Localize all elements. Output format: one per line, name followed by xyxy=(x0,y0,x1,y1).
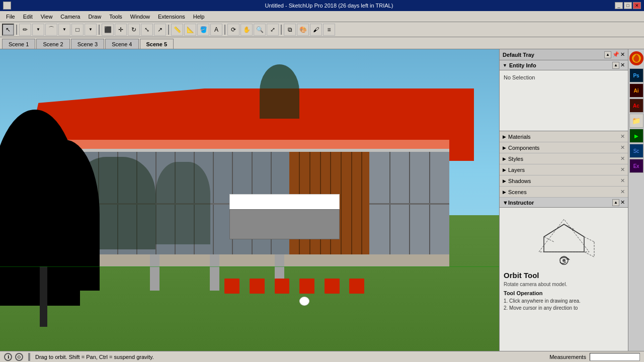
entity-info-section: ▼ Entity Info ▲ ✕ No Selection xyxy=(500,60,628,131)
styles-tool[interactable]: 🖌 xyxy=(310,24,322,36)
menu-window[interactable]: Window xyxy=(126,13,154,21)
scale-tool[interactable]: ⤡ xyxy=(141,24,153,36)
menu-file[interactable]: File xyxy=(2,13,19,21)
tree-left-3 xyxy=(15,164,55,269)
menu-tools[interactable]: Tools xyxy=(105,13,126,21)
paint-tool[interactable]: 🪣 xyxy=(197,24,209,36)
components-label: Components xyxy=(508,145,539,151)
styles-close[interactable]: ✕ xyxy=(620,155,625,162)
illustrator-icon[interactable]: Ai xyxy=(629,83,643,98)
orbit-tool[interactable]: ⟳ xyxy=(227,24,239,36)
materials-arrow: ▶ xyxy=(503,134,506,139)
close-button[interactable]: ✕ xyxy=(633,2,641,9)
panel-close-btn[interactable]: ✕ xyxy=(620,51,625,58)
menu-edit[interactable]: Edit xyxy=(19,13,37,21)
script-icon[interactable]: Sc xyxy=(629,144,643,158)
move-tool[interactable]: ✛ xyxy=(115,24,127,36)
info-icon[interactable]: ℹ xyxy=(4,353,12,361)
scenes-close[interactable]: ✕ xyxy=(620,189,625,195)
arc-dropdown[interactable]: ▼ xyxy=(58,24,70,36)
shadows-close[interactable]: ✕ xyxy=(620,177,625,184)
component-tool[interactable]: ⧉ xyxy=(284,24,296,36)
scene-tab-1[interactable]: Scene 1 xyxy=(2,39,35,49)
acrobat-icon[interactable]: Ac xyxy=(629,99,643,113)
entity-info-scroll[interactable]: ▲ xyxy=(612,62,619,69)
extra-icon-1[interactable]: Ex xyxy=(629,159,643,173)
location-icon[interactable]: ⊙ xyxy=(15,353,23,361)
entity-info-header[interactable]: ▼ Entity Info ▲ ✕ xyxy=(500,60,628,70)
scene-canvas xyxy=(0,49,499,351)
instructor-header[interactable]: ▼ Instructor ▲ ✕ xyxy=(500,198,628,208)
entity-info-arrow: ▼ xyxy=(503,63,507,68)
materials-tool[interactable]: 🎨 xyxy=(297,24,309,36)
rotate-tool[interactable]: ↻ xyxy=(128,24,140,36)
toolbar-separator-2 xyxy=(99,25,100,35)
no-selection-text: No Selection xyxy=(503,72,625,82)
tree-trunk-left xyxy=(40,266,47,327)
layers-tool[interactable]: ≡ xyxy=(323,24,335,36)
panel-header-text: Default Tray xyxy=(503,52,534,58)
zoom-tool[interactable]: 🔍 xyxy=(254,24,266,36)
entity-info-close[interactable]: ✕ xyxy=(620,62,625,69)
layers-label: Layers xyxy=(508,167,525,173)
components-close[interactable]: ✕ xyxy=(620,144,625,151)
scene-tab-5[interactable]: Scene 5 xyxy=(140,39,174,49)
instructor-scroll[interactable]: ▲ xyxy=(612,199,619,206)
viewport[interactable] xyxy=(0,49,499,351)
menu-extensions[interactable]: Extensions xyxy=(154,13,189,21)
select-tool[interactable]: ↖ xyxy=(2,24,14,36)
materials-close[interactable]: ✕ xyxy=(620,133,625,140)
components-arrow: ▶ xyxy=(503,145,506,150)
tool-name: Orbit Tool xyxy=(504,271,539,280)
panel-header: Default Tray ▲ 📌 ✕ xyxy=(500,49,628,60)
folder-icon[interactable]: 📁 xyxy=(629,114,643,128)
scenes-label: Scenes xyxy=(508,189,527,195)
arc-tool[interactable]: ⌒ xyxy=(45,24,57,36)
toolbar-separator-5 xyxy=(281,25,282,35)
tray-layers[interactable]: ▶ Layers ✕ xyxy=(500,164,628,175)
menu-help[interactable]: Help xyxy=(189,13,209,21)
tape-tool[interactable]: 📏 xyxy=(171,24,183,36)
menu-draw[interactable]: Draw xyxy=(84,13,105,21)
styles-arrow: ▶ xyxy=(503,156,506,161)
scene-tab-4[interactable]: Scene 4 xyxy=(105,39,138,49)
panel-scroll-up[interactable]: ▲ xyxy=(604,51,611,58)
pushpull-tool[interactable]: ⬛ xyxy=(102,24,114,36)
tray-scenes[interactable]: ▶ Scenes ✕ xyxy=(500,187,628,198)
minimize-button[interactable]: _ xyxy=(615,2,623,9)
menu-camera[interactable]: Camera xyxy=(56,13,84,21)
text-tool[interactable]: A xyxy=(210,24,222,36)
zoom-extents-tool[interactable]: ⤢ xyxy=(267,24,279,36)
svg-line-5 xyxy=(564,224,574,229)
menu-view[interactable]: View xyxy=(37,13,57,21)
shape-dropdown[interactable]: ▼ xyxy=(85,24,97,36)
menu-bar: File Edit View Camera Draw Tools Window … xyxy=(0,11,644,22)
chair-3 xyxy=(275,279,290,294)
followme-tool[interactable]: ↗ xyxy=(154,24,166,36)
green-axis xyxy=(0,266,499,267)
panel-pin-btn[interactable]: 📌 xyxy=(612,51,619,58)
photoshop-icon[interactable]: Ps xyxy=(629,68,643,82)
toolbar-separator-3 xyxy=(168,25,169,35)
pencil-tool[interactable]: ✏ xyxy=(19,24,31,36)
layers-close[interactable]: ✕ xyxy=(620,166,625,173)
firefox-icon[interactable] xyxy=(629,51,643,65)
pencil-dropdown[interactable]: ▼ xyxy=(32,24,44,36)
toolbar-separator-1 xyxy=(16,25,17,35)
protractor-tool[interactable]: 📐 xyxy=(184,24,196,36)
tray-components[interactable]: ▶ Components ✕ xyxy=(500,142,628,153)
status-separator xyxy=(28,353,30,361)
tray-shadows[interactable]: ▶ Shadows ✕ xyxy=(500,175,628,187)
scene-tab-2[interactable]: Scene 2 xyxy=(36,39,69,49)
shape-tool[interactable]: □ xyxy=(71,24,84,36)
scene-tab-3[interactable]: Scene 3 xyxy=(71,39,104,49)
tray-materials[interactable]: ▶ Materials ✕ xyxy=(500,131,628,142)
tray-styles[interactable]: ▶ Styles ✕ xyxy=(500,153,628,164)
svg-line-6 xyxy=(544,237,554,242)
media-icon[interactable]: ▶ xyxy=(629,129,643,143)
cursor-indicator xyxy=(224,191,228,195)
instructor-close[interactable]: ✕ xyxy=(620,199,625,206)
maximize-button[interactable]: □ xyxy=(624,2,632,9)
measurements-input[interactable] xyxy=(590,353,640,361)
pan-tool[interactable]: ✋ xyxy=(240,24,253,36)
